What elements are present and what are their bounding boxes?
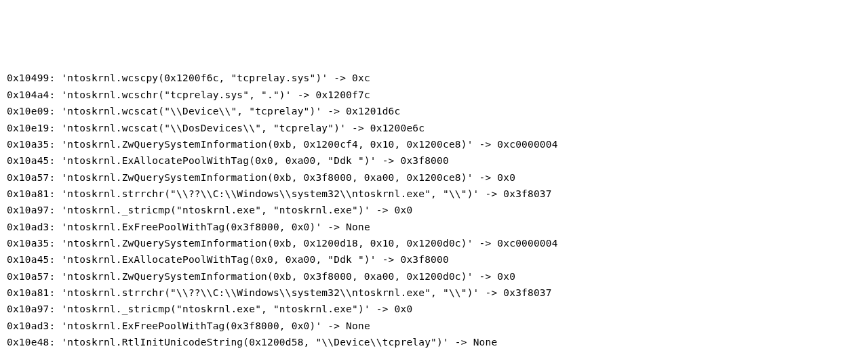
trace-line: 0x10e58: 'ntoskrnl.RtlInitUnicodeString(… [7,351,861,355]
trace-address: 0x10a81 [7,287,50,298]
trace-call: ntoskrnl.strrchr("\\??\\C:\\Windows\\sys… [67,188,473,199]
trace-call: ntoskrnl.ZwQuerySystemInformation(0xb, 0… [67,271,467,282]
trace-return: None [346,320,370,331]
trace-return: None [346,222,370,232]
trace-line: 0x10a81: 'ntoskrnl.strrchr("\\??\\C:\\Wi… [7,285,861,301]
trace-return: 0x3f8000 [400,155,448,166]
trace-call: ntoskrnl.ExAllocatePoolWithTag(0x0, 0xa0… [67,254,370,265]
trace-address: 0x10a97 [7,304,50,314]
trace-address: 0x10a81 [7,188,50,199]
trace-address: 0x10ad3 [7,222,50,232]
trace-line: 0x10a45: 'ntoskrnl.ExAllocatePoolWithTag… [7,251,861,268]
trace-return: 0xc [352,72,370,83]
trace-return: 0x0 [497,271,515,282]
trace-line: 0x10a45: 'ntoskrnl.ExAllocatePoolWithTag… [7,152,861,169]
trace-call: ntoskrnl.wcscat("\\Device\\", "tcprelay"… [67,106,315,117]
trace-call: ntoskrnl.RtlInitUnicodeString(0x1200d58,… [67,337,443,348]
trace-call: ntoskrnl._stricmp("ntoskrnl.exe", "ntosk… [67,205,364,215]
trace-address: 0x10e19 [7,123,50,133]
trace-address: 0x10ad3 [7,320,50,331]
trace-address: 0x104a4 [7,89,50,100]
trace-return: 0x0 [497,172,515,183]
trace-call: ntoskrnl.wcscpy(0x1200f6c, "tcprelay.sys… [67,72,321,83]
trace-line: 0x10e19: 'ntoskrnl.wcscat("\\DosDevices\… [7,120,861,136]
trace-address: 0x10e48 [7,337,50,348]
trace-line: 0x10a97: 'ntoskrnl._stricmp("ntoskrnl.ex… [7,301,861,317]
trace-return: 0x3f8037 [503,188,551,199]
trace-line: 0x10a57: 'ntoskrnl.ZwQuerySystemInformat… [7,169,861,186]
trace-line: 0x10a97: 'ntoskrnl._stricmp("ntoskrnl.ex… [7,202,861,218]
trace-call: ntoskrnl.wcschr("tcprelay.sys", ".") [67,89,285,100]
trace-return: 0x1201d6c [346,106,400,117]
trace-return: 0x3f8037 [503,287,551,298]
trace-return: 0x1200e6c [370,123,425,133]
trace-call: ntoskrnl.ExFreePoolWithTag(0x3f8000, 0x0… [67,320,315,331]
trace-call: ntoskrnl.ZwQuerySystemInformation(0xb, 0… [67,172,467,183]
trace-line: 0x10a81: 'ntoskrnl.strrchr("\\??\\C:\\Wi… [7,186,861,202]
trace-call: ntoskrnl._stricmp("ntoskrnl.exe", "ntosk… [67,304,364,314]
trace-address: 0x10a45 [7,254,50,265]
trace-address: 0x10a57 [7,271,50,282]
trace-line: 0x10a35: 'ntoskrnl.ZwQuerySystemInformat… [7,136,861,152]
trace-address: 0x10a35 [7,238,50,249]
trace-line: 0x10a35: 'ntoskrnl.ZwQuerySystemInformat… [7,235,861,251]
trace-address: 0x10499 [7,72,50,83]
trace-call: ntoskrnl.wcscat("\\DosDevices\\", "tcpre… [67,123,340,133]
trace-address: 0x10a35 [7,139,50,150]
trace-call: ntoskrnl.ZwQuerySystemInformation(0xb, 0… [67,139,467,150]
trace-return: 0x0 [395,205,413,215]
trace-call: ntoskrnl.ExAllocatePoolWithTag(0x0, 0xa0… [67,155,370,166]
trace-line: 0x104a4: 'ntoskrnl.wcschr("tcprelay.sys"… [7,87,861,103]
trace-line: 0x10499: 'ntoskrnl.wcscpy(0x1200f6c, "tc… [7,70,861,86]
trace-address: 0x10a45 [7,155,50,166]
trace-call: ntoskrnl.ZwQuerySystemInformation(0xb, 0… [67,238,467,249]
trace-address: 0x10a97 [7,205,50,215]
trace-return: 0xc0000004 [497,238,557,249]
trace-address: 0x10e09 [7,106,50,117]
trace-return: 0x1200f7c [315,89,370,100]
trace-line: 0x10ad3: 'ntoskrnl.ExFreePoolWithTag(0x3… [7,219,861,235]
trace-return: 0xc0000004 [497,139,557,150]
trace-return: 0x0 [395,304,413,314]
trace-call: ntoskrnl.ExFreePoolWithTag(0x3f8000, 0x0… [67,222,315,232]
trace-line: 0x10e48: 'ntoskrnl.RtlInitUnicodeString(… [7,334,861,350]
trace-return: None [473,337,498,348]
trace-address: 0x10a57 [7,172,50,183]
trace-line: 0x10a57: 'ntoskrnl.ZwQuerySystemInformat… [7,268,861,285]
trace-line: 0x10ad3: 'ntoskrnl.ExFreePoolWithTag(0x3… [7,318,861,334]
trace-output: 0x10499: 'ntoskrnl.wcscpy(0x1200f6c, "tc… [7,70,861,355]
trace-line: 0x10e09: 'ntoskrnl.wcscat("\\Device\\", … [7,103,861,119]
trace-return: 0x3f8000 [400,254,448,265]
trace-call: ntoskrnl.strrchr("\\??\\C:\\Windows\\sys… [67,287,473,298]
